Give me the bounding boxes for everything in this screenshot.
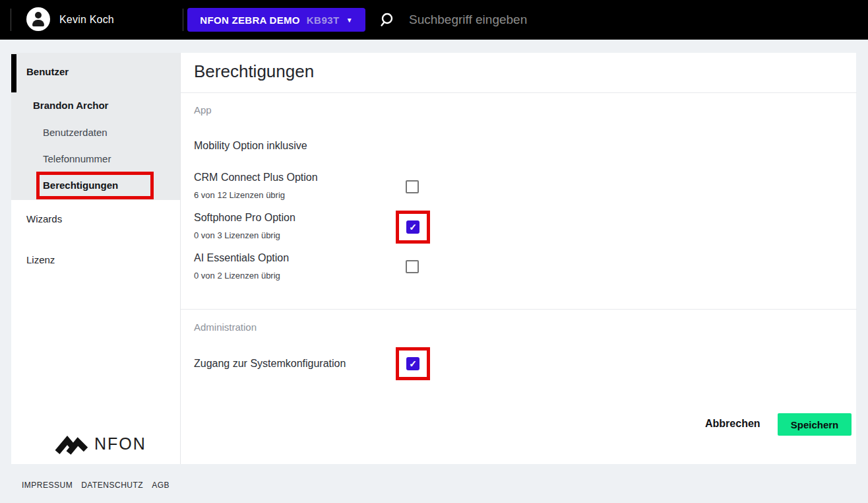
topbar-username: Kevin Koch: [59, 0, 114, 40]
divider: [181, 92, 857, 93]
checkbox-softphone-pro[interactable]: ✓: [406, 220, 419, 234]
chevron-down-icon: ▼: [346, 16, 353, 24]
footer: IMPRESSUM DATENSCHUTZ AGB: [22, 481, 170, 490]
sidebar-item-lizenz[interactable]: Lizenz: [26, 254, 55, 265]
save-button[interactable]: Speichern: [778, 413, 852, 436]
option-label-systemkonfiguration: Zugang zur Systemkonfiguration: [194, 358, 346, 370]
nfon-logo-text: NFON: [94, 434, 146, 453]
search-input[interactable]: [409, 0, 739, 40]
search-icon[interactable]: [380, 12, 396, 28]
option-sublabel-crm-connect: 6 von 12 Lizenzen übrig: [194, 190, 285, 200]
sidebar: Benutzer Brandon Archor Benutzerdaten Te…: [11, 53, 180, 464]
topbar-divider: [11, 9, 11, 31]
checkbox-crm-connect[interactable]: [406, 180, 419, 193]
topbar-divider: [183, 9, 183, 31]
sidebar-item-berechtigungen[interactable]: Berechtigungen: [43, 180, 118, 191]
page-title: Berechtigungen: [194, 61, 314, 82]
sidebar-item-benutzerdaten[interactable]: Benutzerdaten: [43, 127, 108, 138]
divider: [181, 309, 857, 310]
checkbox-ai-essentials[interactable]: [406, 260, 419, 273]
checkbox-systemkonfiguration[interactable]: ✓: [406, 357, 419, 370]
footer-link-impressum[interactable]: IMPRESSUM: [22, 481, 73, 490]
active-section-indicator: [11, 54, 16, 92]
nfon-logo: NFON: [55, 432, 146, 455]
section-label-administration: Administration: [194, 321, 257, 333]
cancel-button[interactable]: Abbrechen: [705, 418, 760, 430]
sidebar-item-selected-user[interactable]: Brandon Archor: [33, 100, 108, 111]
footer-link-agb[interactable]: AGB: [152, 481, 170, 490]
option-sublabel-softphone-pro: 0 von 3 Lizenzen übrig: [194, 230, 280, 240]
user-avatar-icon[interactable]: [26, 7, 50, 31]
sidebar-item-benutzer[interactable]: Benutzer: [26, 66, 69, 77]
option-label-crm-connect: CRM Connect Plus Option: [194, 172, 318, 184]
footer-link-datenschutz[interactable]: DATENSCHUTZ: [81, 481, 143, 490]
topbar: Kevin Koch NFON ZEBRA DEMO KB93T ▼: [0, 0, 868, 40]
sidebar-item-telefonnummer[interactable]: Telefonnummer: [43, 153, 111, 164]
account-selector-button[interactable]: NFON ZEBRA DEMO KB93T ▼: [187, 8, 365, 32]
main-panel: Berechtigungen App Mobility Option inklu…: [180, 53, 856, 464]
nfon-logo-icon: [55, 432, 89, 455]
option-label-softphone-pro: Softphone Pro Option: [194, 212, 295, 224]
account-code: KB93T: [307, 15, 340, 26]
account-name: NFON ZEBRA DEMO: [200, 15, 299, 26]
mobility-included-note: Mobility Option inklusive: [194, 140, 307, 152]
section-label-app: App: [194, 104, 212, 116]
option-label-ai-essentials: AI Essentials Option: [194, 252, 289, 264]
option-sublabel-ai-essentials: 0 von 2 Lizenzen übrig: [194, 271, 280, 281]
sidebar-item-wizards[interactable]: Wizards: [26, 213, 62, 224]
